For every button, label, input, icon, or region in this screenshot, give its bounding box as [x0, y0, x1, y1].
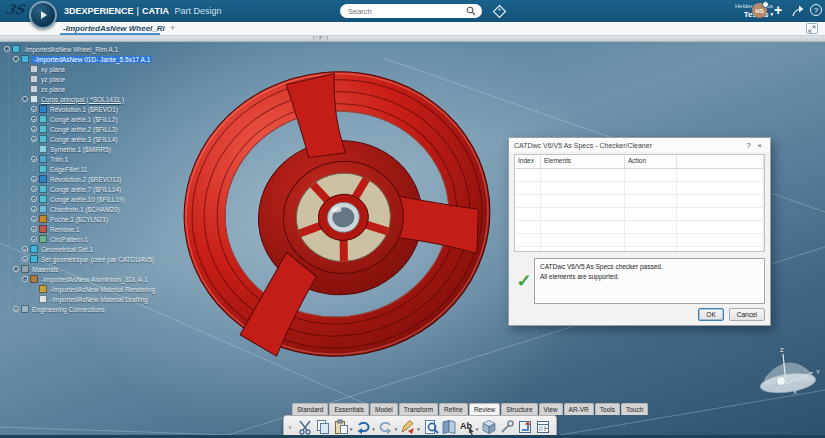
- expand-node-icon[interactable]: +: [31, 216, 37, 222]
- expand-node-icon[interactable]: +: [22, 256, 28, 262]
- tree-item[interactable]: --ImportedAsNew Aluminium_3DL A.1: [0, 274, 148, 284]
- expand-node-icon[interactable]: +: [31, 206, 37, 212]
- paste-icon[interactable]: [333, 419, 349, 435]
- tree-item[interactable]: zx plane: [0, 84, 65, 94]
- tab-model[interactable]: Model: [370, 403, 398, 415]
- expand-node-icon[interactable]: +: [31, 156, 37, 162]
- tree-item[interactable]: +Congé arête.10 ($FILL19): [0, 194, 125, 204]
- catalog-icon[interactable]: [441, 419, 457, 435]
- annotation-icon[interactable]: Ab: [459, 419, 475, 435]
- tree-item[interactable]: +Congé arête.7 ($FILL14): [0, 184, 121, 194]
- tree-item[interactable]: EdgeFillet.11: [0, 164, 87, 174]
- expand-node-icon[interactable]: +: [31, 116, 37, 122]
- search-input[interactable]: [346, 6, 466, 17]
- table-row[interactable]: [515, 208, 764, 221]
- new-tab-button[interactable]: +: [170, 23, 175, 33]
- column-header-index[interactable]: Index: [515, 155, 541, 168]
- expand-node-icon[interactable]: +: [13, 306, 19, 312]
- tree-item[interactable]: -ImportedAsNew Material Rendering: [0, 284, 155, 294]
- tree-item[interactable]: +Set géométrique (créé par CATDUAV5): [0, 254, 154, 264]
- toolbar-grip-handle[interactable]: ∨: [288, 424, 292, 430]
- tab-touch[interactable]: Touch: [621, 403, 648, 415]
- tree-item[interactable]: +Congé arête.2 ($FILL3): [0, 124, 118, 134]
- dropdown-arrow-icon[interactable]: ▾: [372, 426, 375, 432]
- undo-icon[interactable]: [355, 419, 371, 435]
- table-row[interactable]: [515, 247, 764, 252]
- help-button[interactable]: ?: [810, 4, 822, 16]
- dialog-title-bar[interactable]: CATDwc V6/V5 As Specs - Checker/Cleaner …: [509, 138, 770, 152]
- tree-item[interactable]: Symétrie.1 ($MIRR5): [0, 144, 111, 154]
- tree-item[interactable]: +Chanfrein.1 ($CHAM20): [0, 204, 120, 214]
- restore-window-button[interactable]: [806, 23, 818, 34]
- expand-node-icon[interactable]: +: [31, 106, 37, 112]
- expand-node-icon[interactable]: +: [31, 136, 37, 142]
- search-bar[interactable]: [340, 4, 482, 18]
- tab-standard[interactable]: Standard: [292, 403, 328, 415]
- add-content-button[interactable]: +: [774, 2, 782, 18]
- tab-view[interactable]: View: [539, 403, 563, 415]
- tab-review[interactable]: Review: [469, 403, 500, 415]
- tab-essentials[interactable]: Essentials: [329, 403, 369, 415]
- frame-window-icon[interactable]: [535, 419, 551, 435]
- measure-icon[interactable]: [499, 419, 515, 435]
- tree-item[interactable]: +Révolution.2 ($REVO13): [0, 174, 122, 184]
- expand-node-icon[interactable]: +: [31, 176, 37, 182]
- column-header-elements[interactable]: Elements: [541, 155, 625, 168]
- cut-icon[interactable]: [297, 419, 313, 435]
- collapse-node-icon[interactable]: -: [13, 266, 19, 272]
- collapse-strip-button[interactable]: ‹: [313, 36, 328, 41]
- tree-item[interactable]: +Congé arête.1 ($FILL2): [0, 114, 118, 124]
- search-icon[interactable]: [466, 6, 476, 16]
- close-icon[interactable]: ×: [754, 141, 765, 150]
- tab-refine[interactable]: Refine: [439, 403, 468, 415]
- copy-icon[interactable]: [315, 419, 331, 435]
- share-icon[interactable]: [791, 4, 805, 18]
- search-report-icon[interactable]: [423, 419, 439, 435]
- dialog-help-button[interactable]: ?: [743, 141, 754, 150]
- cancel-button[interactable]: Cancel: [729, 308, 765, 321]
- tab-tools[interactable]: Tools: [595, 403, 620, 415]
- tree-overview-strip[interactable]: ‹: [0, 36, 825, 42]
- expand-node-icon[interactable]: +: [31, 236, 37, 242]
- tree-item[interactable]: +Trim.1: [0, 154, 68, 164]
- table-row[interactable]: [515, 182, 764, 195]
- expand-node-icon[interactable]: +: [22, 246, 28, 252]
- table-row[interactable]: [515, 221, 764, 234]
- wheel-3d-model[interactable]: [170, 57, 504, 372]
- collapse-node-icon[interactable]: -: [13, 56, 19, 62]
- redo-icon[interactable]: [378, 419, 394, 435]
- dropdown-arrow-icon[interactable]: ▾: [417, 426, 420, 432]
- collapse-node-icon[interactable]: -: [4, 46, 10, 52]
- update-icon[interactable]: [400, 419, 416, 435]
- expand-node-icon[interactable]: +: [31, 226, 37, 232]
- tree-item[interactable]: +Remove.1: [0, 224, 80, 234]
- expand-node-icon[interactable]: +: [31, 186, 37, 192]
- tree-item[interactable]: --ImportedAsNew Wheel_Rim A.1: [0, 44, 118, 54]
- expand-node-icon[interactable]: +: [31, 196, 37, 202]
- tree-item[interactable]: -Corps principal ( *SOL1431 ): [0, 94, 124, 104]
- tag-icon[interactable]: [492, 4, 507, 19]
- tree-item[interactable]: +Congé arête.3 ($FILL4): [0, 134, 118, 144]
- tree-item[interactable]: xy plane: [0, 64, 65, 74]
- 3d-compass-icon[interactable]: [29, 1, 57, 29]
- tree-item[interactable]: +Poche.1 ($CYLN21): [0, 214, 108, 224]
- column-header-action[interactable]: Action: [625, 155, 677, 168]
- tab-transform[interactable]: Transform: [399, 403, 438, 415]
- tree-item[interactable]: yz plane: [0, 74, 65, 84]
- tree-item[interactable]: -ImportedAsNew Material Drafting: [0, 294, 148, 304]
- tree-item[interactable]: +Révolution.1 ($REVO1): [0, 104, 118, 114]
- section-box-icon[interactable]: [481, 419, 497, 435]
- tree-item[interactable]: +Engineering Connections: [0, 304, 105, 314]
- dropdown-arrow-icon[interactable]: ▾: [395, 426, 398, 432]
- tree-item[interactable]: -Materials: [0, 264, 58, 274]
- ok-button[interactable]: OK: [698, 308, 723, 321]
- collapse-node-icon[interactable]: -: [22, 96, 28, 102]
- dropdown-arrow-icon[interactable]: ▾: [350, 426, 353, 432]
- tab-structure[interactable]: Structure: [501, 403, 537, 415]
- tree-item[interactable]: --ImportedAsNew 01D- Jante_5.5x17 A.1: [0, 54, 152, 64]
- expand-node-icon[interactable]: +: [31, 126, 37, 132]
- avatar[interactable]: HS: [752, 3, 767, 18]
- table-row[interactable]: [515, 195, 764, 208]
- tree-item[interactable]: +Geometrical Set.1: [0, 244, 93, 254]
- collapse-node-icon[interactable]: -: [22, 276, 28, 282]
